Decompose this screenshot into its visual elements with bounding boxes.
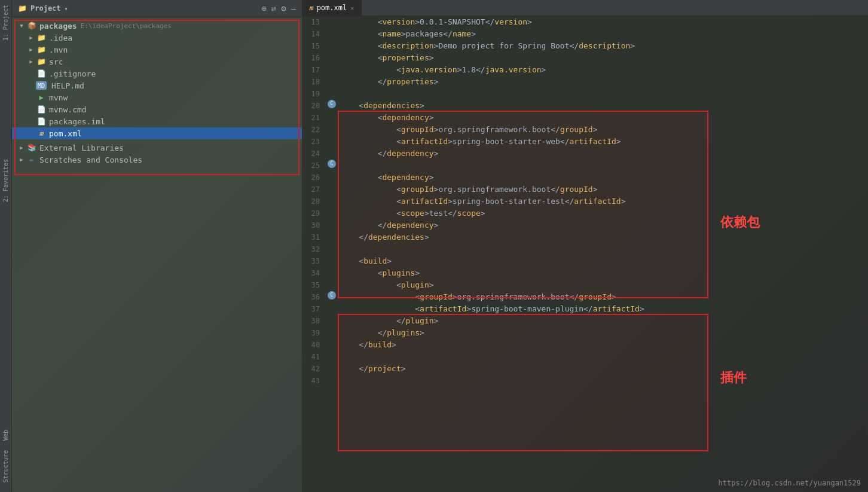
- sidebar-actions: ⊕ ⇄ ⚙ –: [261, 4, 296, 13]
- code-line-37: 37 <artifactId>spring-boot-maven-plugin<…: [302, 303, 868, 315]
- help-arrow: [26, 81, 36, 90]
- tree-item-pom-xml[interactable]: m pom.xml: [12, 127, 302, 139]
- code-line-18: 18 </properties>: [302, 76, 868, 88]
- tree-item-mvn[interactable]: 📁 .mvn: [12, 44, 302, 56]
- editor-area: m pom.xml ✕ 依赖包 插件 13 <version>0.0.1-SNA…: [302, 0, 868, 492]
- code-line-28: 28 <artifactId>spring-boot-starter-test<…: [302, 195, 868, 207]
- sidebar-title-text: Project: [30, 4, 61, 13]
- line-code-37: <artifactId>spring-boot-maven-plugin</ar…: [338, 303, 868, 315]
- gutter-20: C: [326, 100, 338, 108]
- gear-icon[interactable]: ⚙: [281, 4, 286, 13]
- line-num-17: 17: [302, 64, 326, 76]
- line-num-41: 41: [302, 351, 326, 363]
- code-line-35: 35 <plugin>: [302, 279, 868, 291]
- code-line-39: 39 </plugins>: [302, 327, 868, 339]
- line-num-32: 32: [302, 243, 326, 255]
- code-line-21: 21 <dependency>: [302, 112, 868, 124]
- code-line-15: 15 <description>Demo project for Spring …: [302, 40, 868, 52]
- line-num-14: 14: [302, 28, 326, 40]
- idea-arrow: [26, 33, 36, 42]
- tree-item-scratches[interactable]: ✏️ Scratches and Consoles: [12, 154, 302, 166]
- line-code-43: [338, 375, 868, 387]
- line-code-24: </dependency>: [338, 148, 868, 160]
- bookmark-icon-36: C: [328, 291, 336, 300]
- line-num-28: 28: [302, 195, 326, 207]
- pom-tab-close[interactable]: ✕: [350, 5, 354, 11]
- globe-icon[interactable]: ⊕: [261, 4, 266, 13]
- code-line-38: 38 </plugin>: [302, 315, 868, 327]
- help-icon: MD: [36, 81, 47, 90]
- folder-icon: 📁: [18, 4, 27, 13]
- code-line-17: 17 <java.version>1.8</java.version>: [302, 64, 868, 76]
- line-num-25: 25: [302, 160, 326, 172]
- root-label: packages: [39, 22, 77, 30]
- minus-icon[interactable]: –: [291, 4, 296, 13]
- line-code-38: </plugin>: [338, 315, 868, 327]
- line-code-16: <properties>: [338, 52, 868, 64]
- code-line-30: 30 </dependency>: [302, 219, 868, 231]
- tree-item-gitignore[interactable]: 📄 .gitignore: [12, 68, 302, 80]
- line-code-41: [338, 351, 868, 363]
- line-num-16: 16: [302, 52, 326, 64]
- root-path: E:\ideaProject\packages: [81, 22, 172, 30]
- line-code-33: <build>: [338, 255, 868, 267]
- iml-icon: 📄: [36, 117, 47, 126]
- line-num-38: 38: [302, 315, 326, 327]
- code-line-29: 29 <scope>test</scope>: [302, 207, 868, 219]
- tree-item-help[interactable]: MD HELP.md: [12, 80, 302, 91]
- tree-item-src[interactable]: 📁 src: [12, 56, 302, 68]
- split-icon[interactable]: ⇄: [271, 4, 276, 13]
- line-code-21: <dependency>: [338, 112, 868, 124]
- scratches-label: Scratches and Consoles: [39, 155, 142, 164]
- line-code-42: </project>: [338, 363, 868, 375]
- tree-item-packages-iml[interactable]: 📄 packages.iml: [12, 115, 302, 127]
- bookmark-icon-25: C: [328, 160, 336, 168]
- tree-item-mvnw[interactable]: ▶ mvnw: [12, 91, 302, 103]
- line-num-15: 15: [302, 40, 326, 52]
- tab-project[interactable]: 1: Project: [1, 0, 10, 45]
- code-line-33: 33 <build>: [302, 255, 868, 267]
- tree-item-idea[interactable]: 📁 .idea: [12, 32, 302, 44]
- mvn-arrow: [26, 45, 36, 54]
- idea-folder-icon: 📁: [36, 33, 47, 42]
- pom-tab-icon: m: [309, 4, 313, 12]
- tab-favorites[interactable]: 2: Favorites: [1, 154, 10, 207]
- pom-label: pom.xml: [49, 129, 82, 138]
- line-code-23: <artifactId>spring-boot-starter-web</art…: [338, 136, 868, 148]
- sidebar-title[interactable]: 📁 Project ▾: [18, 4, 68, 13]
- code-line-40: 40 </build>: [302, 339, 868, 351]
- mvn-folder-icon: 📁: [36, 45, 47, 54]
- sidebar-header: 📁 Project ▾ ⊕ ⇄ ⚙ –: [12, 0, 302, 17]
- line-code-26: <dependency>: [338, 172, 868, 184]
- tab-structure[interactable]: Structure: [1, 445, 10, 487]
- tree-root[interactable]: 📦 packages E:\ideaProject\packages: [12, 20, 302, 32]
- line-num-42: 42: [302, 363, 326, 375]
- editor-content: 依赖包 插件 13 <version>0.0.1-SNAPSHOT</versi…: [302, 16, 868, 492]
- line-code-19: [338, 88, 868, 100]
- tab-web[interactable]: Web: [1, 425, 10, 445]
- tree-item-mvnw-cmd[interactable]: 📄 mvnw.cmd: [12, 103, 302, 115]
- src-label: src: [49, 57, 63, 66]
- line-num-30: 30: [302, 219, 326, 231]
- dropdown-icon[interactable]: ▾: [65, 5, 68, 12]
- line-code-22: <groupId>org.springframework.boot</group…: [338, 124, 868, 136]
- line-num-31: 31: [302, 231, 326, 243]
- code-line-14: 14 <name>packages</name>: [302, 28, 868, 40]
- code-line-42: 42 </project>: [302, 363, 868, 375]
- line-code-27: <groupId>org.springframework.boot</group…: [338, 184, 868, 195]
- editor-tabs: m pom.xml ✕: [302, 0, 868, 16]
- line-num-19: 19: [302, 88, 326, 100]
- line-num-37: 37: [302, 303, 326, 315]
- tab-pom-xml[interactable]: m pom.xml ✕: [302, 0, 362, 16]
- line-num-13: 13: [302, 16, 326, 28]
- line-num-27: 27: [302, 184, 326, 195]
- tree-item-external-libs[interactable]: 📚 External Libraries: [12, 142, 302, 154]
- mvnw-cmd-arrow: [26, 105, 36, 114]
- mvnw-cmd-label: mvnw.cmd: [49, 105, 87, 114]
- code-line-19: 19: [302, 88, 868, 100]
- src-arrow: [26, 57, 36, 66]
- scratches-icon: ✏️: [26, 155, 37, 164]
- line-num-34: 34: [302, 267, 326, 279]
- idea-label: .idea: [49, 33, 72, 42]
- code-line-43: 43: [302, 375, 868, 387]
